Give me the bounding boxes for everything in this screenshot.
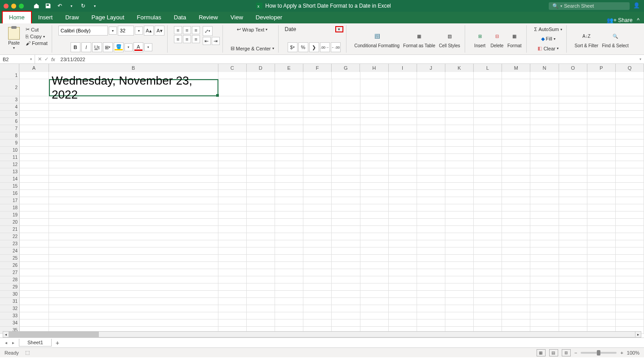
cell[interactable]: [389, 154, 417, 161]
cell[interactable]: [502, 132, 530, 140]
cell[interactable]: [502, 269, 530, 276]
next-sheet-button[interactable]: ▸: [10, 340, 16, 345]
cell[interactable]: [332, 154, 360, 161]
underline-button[interactable]: U▾: [92, 42, 102, 52]
row-header-2[interactable]: 2: [0, 79, 20, 96]
maximize-window-button[interactable]: [19, 4, 24, 9]
cell[interactable]: [417, 111, 445, 118]
cell[interactable]: [417, 240, 445, 248]
cell[interactable]: [218, 219, 247, 226]
cell[interactable]: [445, 168, 474, 176]
cell[interactable]: [530, 154, 559, 161]
cell[interactable]: [49, 111, 218, 118]
cell[interactable]: [417, 154, 445, 161]
cell[interactable]: [445, 320, 474, 327]
cell[interactable]: [247, 312, 275, 320]
cell[interactable]: [389, 104, 417, 111]
cell[interactable]: [247, 111, 275, 118]
orientation-button[interactable]: ⤢▾: [203, 26, 213, 36]
number-format-combo[interactable]: Date ▾: [285, 26, 343, 32]
cell[interactable]: [303, 147, 332, 154]
cell[interactable]: [417, 305, 445, 312]
cell[interactable]: [474, 154, 502, 161]
cell[interactable]: [303, 125, 332, 132]
find-select-button[interactable]: 🔍Find & Select: [600, 29, 630, 49]
cell[interactable]: [502, 248, 530, 255]
cell[interactable]: [587, 255, 616, 262]
redo-icon[interactable]: ↻: [80, 2, 87, 9]
col-header-l[interactable]: L: [474, 64, 502, 72]
cell[interactable]: [275, 132, 303, 140]
font-name-combo[interactable]: [58, 26, 108, 36]
row-header-25[interactable]: 25: [0, 255, 20, 262]
cell[interactable]: [445, 298, 474, 305]
cell[interactable]: [559, 118, 587, 125]
cell[interactable]: [474, 118, 502, 125]
cell[interactable]: [332, 72, 360, 79]
cell[interactable]: [474, 248, 502, 255]
cell[interactable]: [247, 104, 275, 111]
cell[interactable]: [218, 111, 247, 118]
cell[interactable]: [247, 248, 275, 255]
cell[interactable]: [587, 248, 616, 255]
cell[interactable]: [417, 176, 445, 183]
cell[interactable]: [49, 284, 218, 291]
cell[interactable]: [530, 276, 559, 284]
cell[interactable]: [616, 132, 644, 140]
row-header-29[interactable]: 29: [0, 284, 20, 291]
cell[interactable]: [20, 248, 49, 255]
row-header-13[interactable]: 13: [0, 168, 20, 176]
cell[interactable]: [616, 204, 644, 212]
cell[interactable]: [218, 176, 247, 183]
row-header-10[interactable]: 10: [0, 147, 20, 154]
cell[interactable]: [303, 255, 332, 262]
cell[interactable]: [587, 125, 616, 132]
cell[interactable]: [530, 219, 559, 226]
cell[interactable]: [474, 190, 502, 197]
cell[interactable]: [218, 312, 247, 320]
cell[interactable]: [587, 140, 616, 147]
cell[interactable]: [247, 125, 275, 132]
row-header-31[interactable]: 31: [0, 298, 20, 305]
zoom-slider[interactable]: [581, 352, 617, 354]
cell[interactable]: [275, 176, 303, 183]
cell[interactable]: [303, 219, 332, 226]
cell[interactable]: [332, 305, 360, 312]
decrease-indent-button[interactable]: ⇤: [203, 37, 211, 45]
cell[interactable]: [445, 79, 474, 96]
cell[interactable]: [49, 298, 218, 305]
cell[interactable]: [332, 262, 360, 269]
cell[interactable]: [474, 212, 502, 219]
cell[interactable]: [247, 168, 275, 176]
cell[interactable]: [530, 147, 559, 154]
cell[interactable]: [530, 176, 559, 183]
cell[interactable]: [502, 291, 530, 298]
cell[interactable]: [445, 183, 474, 190]
cell[interactable]: [502, 125, 530, 132]
cell[interactable]: [445, 276, 474, 284]
cell[interactable]: [332, 233, 360, 240]
cell[interactable]: [303, 262, 332, 269]
font-size-dropdown[interactable]: ▾: [135, 27, 143, 35]
cell[interactable]: [587, 269, 616, 276]
cell[interactable]: [559, 212, 587, 219]
cell[interactable]: [218, 154, 247, 161]
cell[interactable]: [303, 168, 332, 176]
cell[interactable]: [417, 276, 445, 284]
tab-draw[interactable]: Draw: [59, 12, 85, 23]
col-header-g[interactable]: G: [332, 64, 360, 72]
cell[interactable]: [332, 183, 360, 190]
cell[interactable]: [20, 255, 49, 262]
cell[interactable]: [616, 320, 644, 327]
cell[interactable]: [275, 161, 303, 168]
zoom-in-button[interactable]: +: [620, 350, 623, 356]
cell[interactable]: [559, 305, 587, 312]
cell[interactable]: [218, 147, 247, 154]
cell[interactable]: [49, 147, 218, 154]
cell[interactable]: [218, 104, 247, 111]
cell[interactable]: [445, 147, 474, 154]
cell[interactable]: [559, 312, 587, 320]
cell[interactable]: [474, 291, 502, 298]
cell[interactable]: [559, 111, 587, 118]
cell[interactable]: [616, 161, 644, 168]
